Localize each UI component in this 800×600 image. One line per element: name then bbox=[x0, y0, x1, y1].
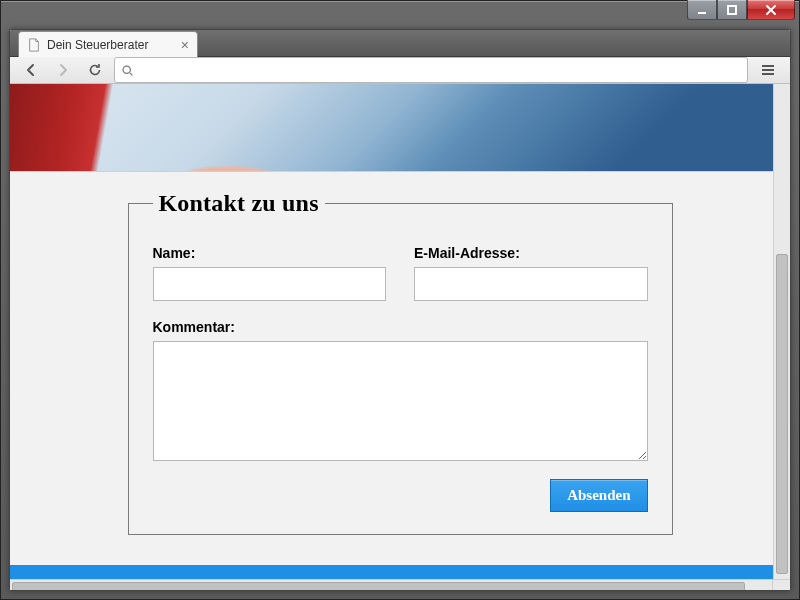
search-icon bbox=[121, 64, 134, 77]
arrow-left-icon bbox=[23, 62, 39, 78]
window-buttons bbox=[687, 0, 795, 20]
fieldset-legend: Kontakt zu uns bbox=[153, 190, 325, 217]
page-viewport: Kontakt zu uns Name: E-Mail-Adresse: bbox=[10, 84, 773, 579]
window-minimize-button[interactable] bbox=[687, 0, 717, 20]
svg-line-3 bbox=[130, 72, 132, 74]
vertical-scrollbar[interactable] bbox=[773, 84, 790, 579]
footer-bar bbox=[10, 565, 773, 579]
browser-menu-button[interactable] bbox=[754, 57, 782, 83]
hamburger-icon bbox=[760, 62, 776, 78]
email-field-group: E-Mail-Adresse: bbox=[414, 245, 648, 301]
tab-close-button[interactable]: × bbox=[181, 38, 189, 52]
name-field-group: Name: bbox=[153, 245, 387, 301]
contact-fieldset: Kontakt zu uns Name: E-Mail-Adresse: bbox=[128, 190, 673, 535]
vertical-scroll-thumb[interactable] bbox=[776, 254, 788, 574]
back-button[interactable] bbox=[18, 57, 44, 83]
window-close-button[interactable] bbox=[747, 0, 795, 20]
content-area: Kontakt zu uns Name: E-Mail-Adresse: bbox=[10, 172, 773, 565]
window-titlebar bbox=[1, 1, 799, 29]
address-bar[interactable] bbox=[114, 57, 748, 83]
os-window: Dein Steuerberater × bbox=[0, 0, 800, 600]
browser-shell: Dein Steuerberater × bbox=[9, 29, 791, 591]
svg-rect-5 bbox=[762, 69, 774, 71]
svg-rect-4 bbox=[762, 65, 774, 67]
file-icon bbox=[27, 38, 41, 52]
svg-point-2 bbox=[123, 66, 130, 73]
name-input[interactable] bbox=[153, 267, 387, 301]
forward-button[interactable] bbox=[50, 57, 76, 83]
submit-button[interactable]: Absenden bbox=[550, 479, 647, 512]
browser-toolbar bbox=[10, 57, 790, 84]
comment-textarea[interactable] bbox=[153, 341, 648, 461]
horizontal-scroll-thumb[interactable] bbox=[12, 582, 745, 591]
horizontal-scrollbar[interactable] bbox=[10, 579, 790, 591]
hero-image bbox=[10, 84, 773, 172]
close-icon bbox=[765, 4, 777, 16]
name-label: Name: bbox=[153, 245, 387, 261]
address-input[interactable] bbox=[140, 63, 741, 78]
arrow-right-icon bbox=[55, 62, 71, 78]
svg-rect-0 bbox=[698, 12, 706, 14]
maximize-icon bbox=[727, 5, 737, 15]
reload-icon bbox=[87, 62, 103, 78]
comment-label: Kommentar: bbox=[153, 319, 648, 335]
page: Kontakt zu uns Name: E-Mail-Adresse: bbox=[10, 84, 773, 579]
form-actions: Absenden bbox=[153, 479, 648, 512]
browser-tab[interactable]: Dein Steuerberater × bbox=[18, 31, 198, 57]
reload-button[interactable] bbox=[82, 57, 108, 83]
svg-rect-1 bbox=[728, 6, 736, 14]
svg-rect-6 bbox=[762, 73, 774, 75]
tab-strip: Dein Steuerberater × bbox=[10, 30, 790, 57]
email-input[interactable] bbox=[414, 267, 648, 301]
email-label: E-Mail-Adresse: bbox=[414, 245, 648, 261]
tab-title: Dein Steuerberater bbox=[47, 38, 148, 52]
window-maximize-button[interactable] bbox=[717, 0, 747, 20]
viewport-wrap: Kontakt zu uns Name: E-Mail-Adresse: bbox=[10, 84, 790, 591]
comment-field-group: Kommentar: bbox=[153, 319, 648, 461]
minimize-icon bbox=[697, 5, 707, 15]
